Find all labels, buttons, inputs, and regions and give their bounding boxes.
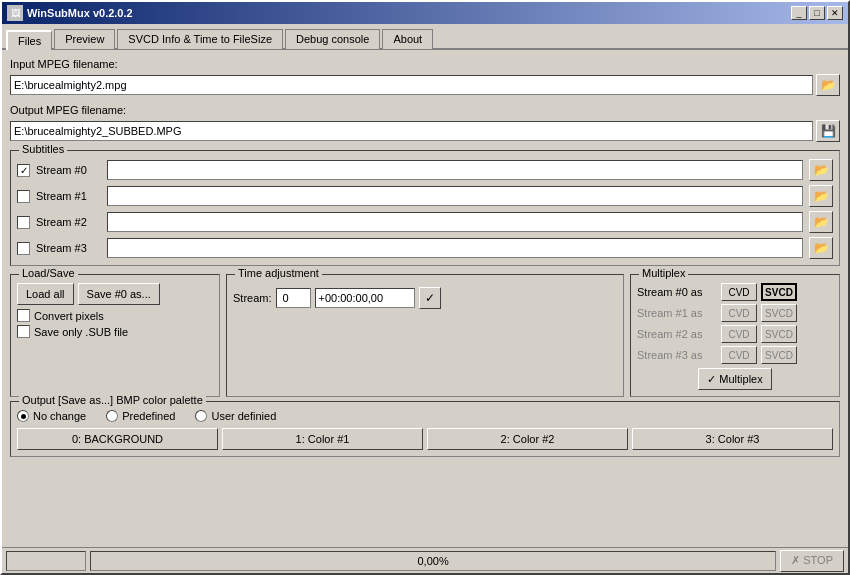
save-sub-checkbox[interactable] — [17, 325, 30, 338]
main-window: 🖼 WinSubMux v0.2.0.2 _ □ ✕ Files Preview… — [0, 0, 850, 575]
radio-predefined-btn[interactable] — [106, 410, 118, 422]
mux-svcd-1[interactable]: SVCD — [761, 304, 797, 322]
radio-row: No change Predefined User definied — [17, 410, 833, 422]
output-filename[interactable] — [10, 121, 813, 141]
mux-label-2: Stream #2 as — [637, 328, 717, 340]
stream0-browse[interactable]: 📂 — [809, 159, 833, 181]
tab-files[interactable]: Files — [6, 30, 52, 50]
load-save-title: Load/Save — [19, 267, 78, 279]
stream0-checkbox[interactable] — [17, 164, 30, 177]
mux-label-1: Stream #1 as — [637, 307, 717, 319]
mux-row-3: Stream #3 as CVD SVCD — [637, 346, 833, 364]
load-save-group: Load/Save Load all Save #0 as... Convert… — [10, 274, 220, 397]
multiplex-group: Multiplex Stream #0 as CVD SVCD Stream #… — [630, 274, 840, 397]
mux-row-0: Stream #0 as CVD SVCD — [637, 283, 833, 301]
main-content: Input MPEG filename: 📂 Output MPEG filen… — [2, 50, 848, 547]
title-buttons: _ □ ✕ — [791, 6, 843, 20]
input-row: 📂 — [10, 74, 840, 96]
save-sub-label: Save only .SUB file — [34, 326, 128, 338]
minimize-button[interactable]: _ — [791, 6, 807, 20]
mux-cvd-2[interactable]: CVD — [721, 325, 757, 343]
mux-cvd-0[interactable]: CVD — [721, 283, 757, 301]
radio-user-defined: User definied — [195, 410, 276, 422]
time-value-input[interactable] — [315, 288, 415, 308]
stream-label: Stream: — [233, 292, 272, 304]
input-filename[interactable] — [10, 75, 813, 95]
stream-row-0: Stream #0 📂 — [17, 159, 833, 181]
bottom-section: Load/Save Load all Save #0 as... Convert… — [10, 274, 840, 397]
stream2-input[interactable] — [107, 212, 803, 232]
stream-row-3: Stream #3 📂 — [17, 237, 833, 259]
stream3-browse[interactable]: 📂 — [809, 237, 833, 259]
time-stream-spinner[interactable] — [276, 288, 311, 308]
output-palette-group: Output [Save as...] BMP color palette No… — [10, 401, 840, 457]
window-title: WinSubMux v0.2.0.2 — [27, 7, 133, 19]
convert-pixels-row: Convert pixels — [17, 309, 213, 322]
stream3-label: Stream #3 — [36, 242, 101, 254]
color-btn-0[interactable]: 0: BACKGROUND — [17, 428, 218, 450]
stream2-checkbox[interactable] — [17, 216, 30, 229]
load-save-buttons-row: Load all Save #0 as... — [17, 283, 213, 305]
stream0-input[interactable] — [107, 160, 803, 180]
multiplex-title: Multiplex — [639, 267, 688, 279]
output-browse-button[interactable]: 💾 — [816, 120, 840, 142]
output-palette-title: Output [Save as...] BMP color palette — [19, 394, 206, 406]
close-button[interactable]: ✕ — [827, 6, 843, 20]
save-as-button[interactable]: Save #0 as... — [78, 283, 160, 305]
tab-about[interactable]: About — [382, 29, 433, 49]
title-bar: 🖼 WinSubMux v0.2.0.2 _ □ ✕ — [2, 2, 848, 24]
time-adj-title: Time adjustment — [235, 267, 322, 279]
stream1-input[interactable] — [107, 186, 803, 206]
title-bar-left: 🖼 WinSubMux v0.2.0.2 — [7, 5, 133, 21]
stream1-checkbox[interactable] — [17, 190, 30, 203]
status-bar: 0,00% ✗ STOP — [2, 547, 848, 573]
color-btn-2[interactable]: 2: Color #2 — [427, 428, 628, 450]
time-adj-row: Stream: ✓ — [233, 287, 617, 309]
multiplex-button[interactable]: ✓ Multiplex — [698, 368, 771, 390]
mux-label-3: Stream #3 as — [637, 349, 717, 361]
mux-svcd-0[interactable]: SVCD — [761, 283, 797, 301]
radio-predefined: Predefined — [106, 410, 175, 422]
mux-label-0: Stream #0 as — [637, 286, 717, 298]
convert-pixels-label: Convert pixels — [34, 310, 104, 322]
status-left — [6, 551, 86, 571]
subtitles-group: Subtitles Stream #0 📂 Stream #1 📂 Stream… — [10, 150, 840, 266]
mux-row-2: Stream #2 as CVD SVCD — [637, 325, 833, 343]
time-adjustment-group: Time adjustment Stream: ✓ — [226, 274, 624, 397]
tab-preview[interactable]: Preview — [54, 29, 115, 49]
radio-no-change: No change — [17, 410, 86, 422]
mux-row-1: Stream #1 as CVD SVCD — [637, 304, 833, 322]
mux-cvd-1[interactable]: CVD — [721, 304, 757, 322]
mux-svcd-2[interactable]: SVCD — [761, 325, 797, 343]
tab-debug[interactable]: Debug console — [285, 29, 380, 49]
mux-svcd-3[interactable]: SVCD — [761, 346, 797, 364]
input-browse-button[interactable]: 📂 — [816, 74, 840, 96]
stream2-browse[interactable]: 📂 — [809, 211, 833, 233]
convert-pixels-checkbox[interactable] — [17, 309, 30, 322]
radio-no-change-label: No change — [33, 410, 86, 422]
color-btn-3[interactable]: 3: Color #3 — [632, 428, 833, 450]
multiplex-bottom: ✓ Multiplex — [637, 368, 833, 390]
stream0-label: Stream #0 — [36, 164, 101, 176]
time-check-button[interactable]: ✓ — [419, 287, 441, 309]
radio-no-change-btn[interactable] — [17, 410, 29, 422]
stream-row-1: Stream #1 📂 — [17, 185, 833, 207]
color-btn-1[interactable]: 1: Color #1 — [222, 428, 423, 450]
output-row: 💾 — [10, 120, 840, 142]
tab-svcd-info[interactable]: SVCD Info & Time to FileSize — [117, 29, 283, 49]
maximize-button[interactable]: □ — [809, 6, 825, 20]
input-label: Input MPEG filename: — [10, 58, 840, 70]
tab-bar: Files Preview SVCD Info & Time to FileSi… — [2, 24, 848, 50]
app-icon: 🖼 — [7, 5, 23, 21]
stream3-checkbox[interactable] — [17, 242, 30, 255]
save-sub-row: Save only .SUB file — [17, 325, 213, 338]
stop-button[interactable]: ✗ STOP — [780, 550, 844, 572]
stream3-input[interactable] — [107, 238, 803, 258]
stream1-browse[interactable]: 📂 — [809, 185, 833, 207]
stream2-label: Stream #2 — [36, 216, 101, 228]
mux-cvd-3[interactable]: CVD — [721, 346, 757, 364]
stream1-label: Stream #1 — [36, 190, 101, 202]
output-label: Output MPEG filename: — [10, 104, 840, 116]
radio-user-defined-btn[interactable] — [195, 410, 207, 422]
load-all-button[interactable]: Load all — [17, 283, 74, 305]
